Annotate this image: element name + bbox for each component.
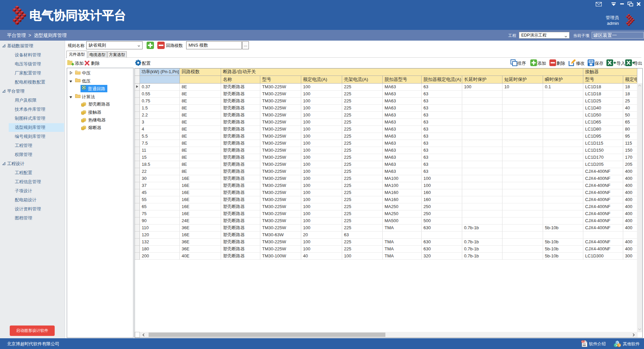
svg-text:Htm: Htm [581, 341, 584, 343]
